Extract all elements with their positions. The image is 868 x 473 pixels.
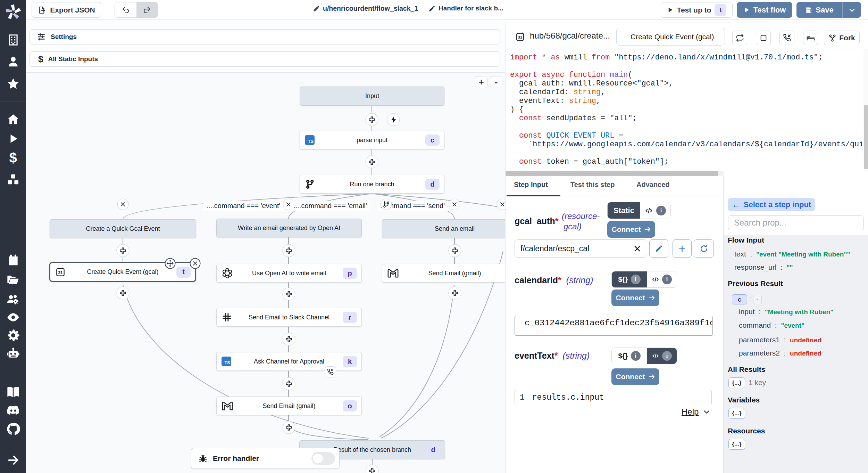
svg-text:31: 31 <box>518 35 522 39</box>
